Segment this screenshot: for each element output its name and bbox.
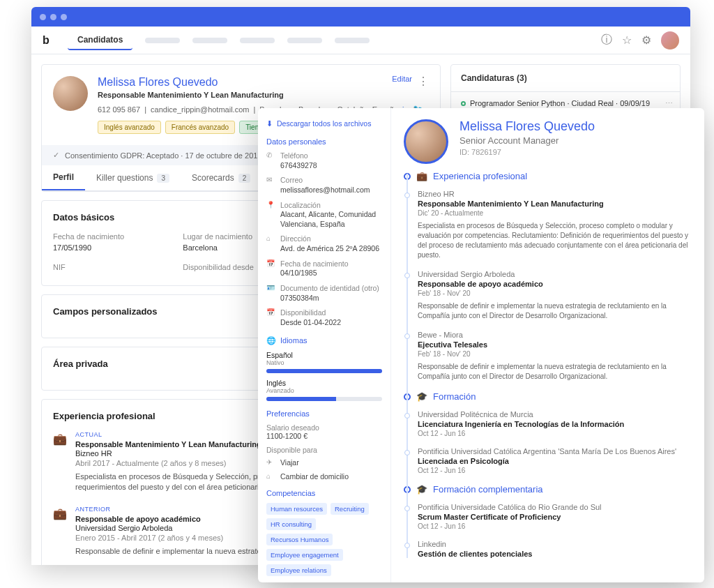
calendar-icon: 📅 — [266, 308, 275, 327]
candidate-avatar — [53, 76, 88, 111]
cv-formation-comp-header: 🎓Formación complementaria — [404, 484, 692, 495]
competency-tag: Employee relations — [266, 564, 331, 576]
more-icon[interactable]: ⋯ — [665, 99, 673, 108]
plane-icon: ✈ — [266, 458, 275, 467]
download-all-link[interactable]: ⬇Descargar todos los archivos — [266, 119, 382, 128]
status-dot-icon — [461, 101, 466, 106]
tab-killer[interactable]: Killer questions3 — [85, 165, 181, 190]
settings-icon[interactable]: ⚙ — [641, 33, 651, 47]
cv-role: Senior Account Manager — [459, 135, 595, 146]
lang-name: Inglés — [266, 379, 382, 387]
check-icon: ✓ — [53, 151, 59, 160]
star-icon[interactable]: ☆ — [622, 33, 632, 47]
nav-placeholder — [192, 38, 227, 43]
cv-id: ID: 7826197 — [459, 148, 595, 156]
candidate-phone: 612 095 867 — [98, 105, 140, 114]
field-label: NIF — [53, 263, 169, 271]
window-control-min[interactable] — [50, 14, 56, 20]
candidatura-title: Programador Senior Python · Ciudad Real … — [470, 99, 650, 107]
globe-icon: 🌐 — [266, 336, 276, 345]
app-logo[interactable]: b — [43, 34, 55, 47]
nav-placeholder — [287, 38, 322, 43]
edit-button[interactable]: Editar — [392, 75, 412, 83]
home-icon: ⌂ — [266, 234, 275, 253]
field-label: Fecha de nacimiento — [53, 232, 169, 241]
competency-tag: Human resources — [266, 503, 327, 515]
nav-tab-candidatos[interactable]: Candidatos — [68, 31, 132, 50]
field-value: 17/05/1990 — [53, 243, 169, 252]
competency-tag: Recruiting — [331, 503, 369, 515]
nav-placeholder — [240, 38, 275, 43]
cv-exp-header: 💼Experiencia profesional — [404, 171, 692, 181]
graduation-icon: 🎓 — [416, 484, 427, 495]
competencies-header: Competencias — [266, 489, 382, 497]
briefcase-icon: 💼 — [416, 171, 427, 181]
more-icon[interactable]: ⋮ — [418, 75, 429, 88]
mail-icon: ✉ — [266, 176, 275, 195]
nav-placeholder — [145, 38, 180, 43]
user-avatar[interactable] — [661, 31, 679, 50]
window-titlebar — [31, 7, 690, 27]
calendar-icon: 📅 — [266, 259, 275, 278]
cv-overlay: ⬇Descargar todos los archivos Datos pers… — [258, 108, 704, 582]
cv-formation-header: 🎓Formación — [404, 391, 692, 402]
download-icon: ⬇ — [266, 119, 273, 128]
id-icon: 🪪 — [266, 284, 275, 303]
graduation-icon: 🎓 — [416, 391, 427, 402]
nav-placeholder — [335, 38, 370, 43]
personal-data-header: Datos personales — [266, 137, 382, 146]
cv-name: Melissa Flores Quevedo — [459, 119, 595, 134]
competency-tag: Employee engagement — [266, 549, 343, 561]
candidaturas-header: Candidaturas (3) — [451, 65, 680, 92]
candidate-role: Responsable Mantenimiento Y Lean Manufac… — [98, 91, 423, 99]
gdpr-text: Consentimiento GDPR: Aceptado · 17 de oc… — [65, 151, 262, 160]
help-icon[interactable]: ⓘ — [601, 33, 612, 47]
tag[interactable]: Inglés avanzado — [98, 121, 161, 134]
competency-tag: Recursos Humanos — [266, 534, 333, 545]
tab-scorecards[interactable]: Scorecards2 — [181, 165, 261, 190]
home-icon: ⌂ — [266, 472, 275, 481]
top-nav: b Candidatos ⓘ ☆ ⚙ — [31, 27, 690, 54]
preferences-header: Preferencias — [266, 409, 382, 418]
candidate-email: candice_rippin@hotmail.com — [151, 105, 249, 114]
languages-header: 🌐Idiomas — [266, 336, 382, 345]
briefcase-icon: 💼 — [53, 507, 67, 521]
candidate-name: Melissa Flores Quevedo — [98, 76, 423, 89]
phone-icon: ✆ — [266, 151, 275, 170]
tab-perfil[interactable]: Perfil — [42, 165, 85, 190]
lang-name: Español — [266, 351, 382, 359]
lang-level-bar — [266, 369, 382, 373]
lang-level-bar — [266, 397, 336, 401]
pin-icon: 📍 — [266, 201, 275, 229]
cv-avatar — [404, 119, 448, 164]
window-control-max[interactable] — [61, 14, 67, 20]
tag[interactable]: Francés avanzado — [165, 121, 235, 134]
briefcase-icon: 💼 — [53, 432, 67, 446]
window-control-close[interactable] — [40, 14, 46, 20]
competency-tag: HR consulting — [266, 518, 316, 530]
